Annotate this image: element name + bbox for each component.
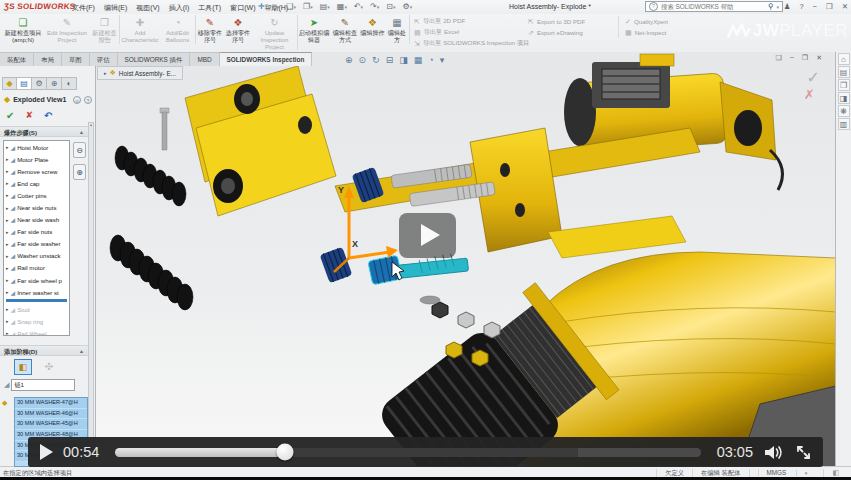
hoist-assembly-3d-model[interactable]: Y X	[95, 52, 836, 466]
explode-step-row[interactable]: ▸ ◢ Rail Wheel	[4, 327, 69, 336]
expand-arrow-icon[interactable]: ▸	[6, 229, 9, 235]
explode-step-row[interactable]: ▸ ◢ Far side washer	[4, 238, 69, 250]
expand-arrow-icon[interactable]: ▸	[6, 192, 9, 198]
headsup-icon[interactable]: ↻	[372, 55, 380, 65]
quickbar-icon[interactable]: ↶▾	[354, 2, 363, 11]
headsup-icon[interactable]: ▾	[440, 55, 445, 65]
quickbar-icon[interactable]: ❏▾	[286, 2, 296, 11]
explode-step-row[interactable]: ▸ ◢ Far side nuts	[4, 226, 69, 238]
explode-step-row[interactable]: ▸ ◢ Inner washer st	[4, 286, 69, 298]
menu-item[interactable]: 窗口(W)	[230, 3, 255, 13]
pin-icon[interactable]: ⊙	[73, 96, 81, 104]
export-menu-item[interactable]: ⇲ 导出至 SOLIDWORKS Inspection 项目	[414, 38, 524, 49]
seek-bar[interactable]	[115, 448, 700, 457]
menu-item[interactable]: 插入(I)	[169, 3, 190, 13]
expand-arrow-icon[interactable]: ▸	[6, 289, 9, 295]
step-name-input[interactable]	[11, 379, 75, 391]
quickbar-icon[interactable]: ⌂▾	[272, 2, 279, 11]
headsup-icon[interactable]: ▦	[414, 55, 423, 65]
headsup-icon[interactable]: ⊟	[386, 55, 394, 65]
expand-arrow-icon[interactable]: ▸	[6, 180, 9, 186]
ribbon-button[interactable]: ✎ 编辑检查方式	[330, 15, 360, 44]
expand-arrow-icon[interactable]: ▸	[6, 318, 9, 324]
headsup-icon[interactable]: ⊙	[359, 55, 367, 65]
taskpane-icon[interactable]: ❋	[838, 105, 850, 117]
export-menu-item[interactable]: ⇱ Export to 3D PDF	[528, 16, 585, 27]
ribbon-button[interactable]: ✚ Add Characteristic	[120, 15, 160, 44]
doc-window-icon[interactable]: ❐	[802, 54, 808, 62]
panel-tab[interactable]: ◆	[2, 77, 17, 90]
taskpane-icon[interactable]: ❐	[838, 79, 850, 91]
ribbon-tab[interactable]: 布局	[34, 52, 62, 66]
step-tool-button[interactable]: ⊕	[73, 164, 86, 180]
document-tab[interactable]: ▸ ❖ Hoist Assembly- E...	[97, 66, 183, 80]
ribbon-button[interactable]: ✎ Edit Inspection Project	[44, 15, 90, 44]
pin-menu-icon[interactable]: ✛	[258, 2, 265, 11]
undo-button[interactable]: ↶	[44, 110, 52, 121]
explode-steps-header[interactable]: 爆炸步骤(S)▲	[0, 126, 88, 137]
ribbon-button[interactable]: ➤ 启动模拟编辑器	[298, 15, 330, 44]
ribbon-button[interactable]: ❖ 选择零件序号	[224, 15, 252, 44]
explode-step-row[interactable]: ▸ ◢ Far side wheel p	[4, 274, 69, 286]
ribbon-tab[interactable]: 装配体	[0, 52, 34, 66]
search-input[interactable]	[661, 3, 765, 10]
ribbon-tab[interactable]: 评估	[90, 52, 118, 66]
quickbar-icon[interactable]: ⊡▾	[386, 2, 395, 11]
titlebar-window-icon[interactable]: ❐	[826, 2, 833, 11]
expand-arrow-icon[interactable]: ▸	[6, 144, 9, 150]
selected-component-row[interactable]: 30 MM WASHER-45@H	[15, 419, 87, 430]
expand-arrow-icon[interactable]: ▸	[6, 205, 9, 211]
confirm-ok-icon[interactable]: ✓	[807, 68, 820, 87]
volume-icon[interactable]	[765, 445, 784, 460]
explode-step-row[interactable]: ▸ ◢ Near side nuts	[4, 201, 69, 213]
expand-arrow-icon[interactable]: ▸	[6, 168, 9, 174]
doc-window-icon[interactable]: −	[790, 54, 794, 62]
menu-item[interactable]: 视图(V)	[136, 3, 159, 13]
fullscreen-icon[interactable]	[796, 445, 811, 460]
export-menu-item[interactable]: ▦ Net-Inspect	[625, 27, 668, 38]
export-menu-item[interactable]: ✓ QualityXpert	[625, 16, 668, 27]
selected-component-row[interactable]: 30 MM WASHER-47@H	[15, 398, 87, 409]
ribbon-button[interactable]: ↻ Update Inspection Project	[252, 15, 298, 50]
headsup-icon[interactable]: ◔	[428, 55, 433, 65]
seek-handle[interactable]	[277, 444, 294, 461]
expand-arrow-icon[interactable]: ▸	[6, 265, 9, 271]
explode-step-row[interactable]: ▸ ◢ Cotter pins	[4, 189, 69, 201]
graphics-viewport[interactable]: Y X ▸ ❖ Hoist Assembly- E... ⊕⊙↻⊟◨▦◔▾ ❑−…	[95, 52, 836, 466]
headsup-icon[interactable]: ⊕	[345, 55, 353, 65]
help-icon[interactable]: ?	[84, 96, 92, 104]
flyout-arrow-icon[interactable]: ▸	[104, 70, 107, 76]
search-box[interactable]: ? ⚲ ▾	[645, 1, 783, 12]
panel-tab[interactable]: ◐	[62, 77, 77, 90]
ribbon-button[interactable]: ❖ 编辑操作	[360, 15, 385, 37]
expand-arrow-icon[interactable]: ▸	[6, 330, 9, 336]
collapse-icon[interactable]: ▲	[79, 346, 84, 357]
expand-arrow-icon[interactable]: ▸	[6, 156, 9, 162]
radial-step-button[interactable]: ✣	[40, 359, 58, 375]
explode-step-row[interactable]: ▸ ◢ Rail motor	[4, 262, 69, 274]
quickbar-icon[interactable]: ↷▾	[370, 2, 379, 11]
ribbon-button[interactable]: ❏ 新建检查项目(amp;N)	[2, 15, 44, 44]
ribbon-button[interactable]: ✎ 移除零件序号	[196, 15, 224, 44]
explode-step-row[interactable]: ▸ ◢	[6, 299, 67, 302]
ribbon-button[interactable]: ▦ 编辑处方	[385, 15, 410, 44]
ribbon-tab[interactable]: 草图	[62, 52, 90, 66]
menu-item[interactable]: 编辑(E)	[104, 3, 127, 13]
quickbar-icon[interactable]: ⚙▾	[403, 2, 413, 11]
titlebar-window-icon[interactable]: −	[813, 2, 817, 11]
ribbon-tab[interactable]: MBD	[190, 52, 219, 66]
selected-component-row[interactable]: 30 MM WASHER-46@H	[15, 409, 87, 420]
export-menu-item[interactable]: ⇗ Export eDrawing	[528, 27, 585, 38]
doc-window-icon[interactable]: ✕	[816, 54, 822, 62]
explode-step-row[interactable]: ▸ ◢ Near side wash	[4, 214, 69, 226]
cancel-button[interactable]: ✘	[25, 110, 33, 121]
step-tool-button[interactable]: ⊖	[73, 142, 86, 158]
add-step-header[interactable]: 添加阶梯(D)▲	[0, 345, 88, 356]
panel-scrollbar[interactable]: ▲▼	[88, 122, 94, 460]
export-menu-item[interactable]: ⇱ 导出至 2D PDF	[414, 16, 524, 27]
panel-tab[interactable]: ▤	[17, 77, 32, 90]
expand-arrow-icon[interactable]: ▸	[6, 241, 9, 247]
taskpane-icon[interactable]: ▤	[838, 66, 850, 78]
ribbon-tab[interactable]: SOLIDWORKS 插件	[118, 52, 191, 66]
ribbon-button[interactable]: ◔ Add/Edit Balloons	[160, 15, 196, 44]
